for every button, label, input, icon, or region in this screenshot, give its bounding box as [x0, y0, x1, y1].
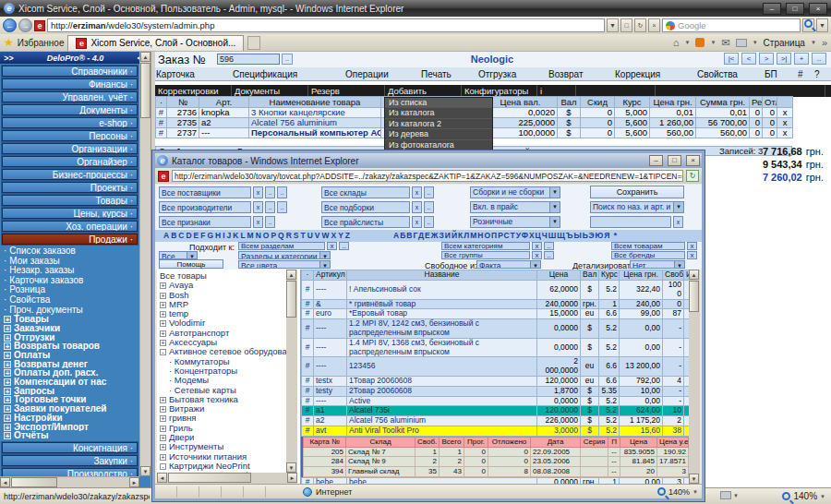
expand-icon[interactable]: + [160, 282, 166, 289]
sidebar-button[interactable]: Закупки [2, 455, 138, 466]
pricelists-filter[interactable] [321, 216, 410, 228]
save-button[interactable]: Сохранить [590, 186, 684, 198]
expand-icon[interactable]: + [160, 293, 166, 299]
favorites-label[interactable]: Избранное [18, 38, 65, 48]
order-tab[interactable]: Свойства [697, 69, 738, 79]
search-button[interactable] [802, 18, 814, 32]
sidebar-link[interactable]: ·Незакр. заказы [0, 266, 139, 276]
chevron-down-icon[interactable]: ▼ [692, 489, 698, 495]
column-header[interactable]: Название [347, 270, 537, 281]
more-icon[interactable]: .. [424, 201, 434, 213]
menu-item[interactable]: Из списка [385, 98, 492, 108]
restore-button[interactable]: □ [786, 3, 804, 15]
catalog-row[interactable]: #bebebebe0,0000грн.10,003 [302, 477, 690, 484]
sidebar-tree-item[interactable]: +Оплаты [0, 351, 139, 360]
search-box[interactable]: Google [662, 18, 801, 32]
order-tab[interactable]: Отгрузка [478, 69, 516, 79]
scroll-thumb[interactable] [140, 63, 151, 118]
all-products-filter[interactable] [611, 242, 685, 250]
all-categories-filter[interactable] [441, 242, 530, 250]
sidebar-button[interactable]: Хоз. операции [2, 221, 138, 232]
zoom-control[interactable]: 140% ▼ [782, 491, 825, 501]
column-header[interactable]: Отл [763, 97, 777, 108]
home-icon[interactable]: ⌂ [673, 37, 680, 48]
browser-tab[interactable]: e Xicom Service, Слой - Основной... [67, 35, 244, 51]
column-header[interactable]: Курс [599, 270, 620, 281]
catalog-row[interactable]: #avtAnti Viral Toolkit Pro3,0000$5.215,6… [302, 426, 690, 436]
add-item-link[interactable]: # [302, 416, 314, 426]
sidebar-button[interactable]: Консигнация [2, 442, 138, 453]
column-header[interactable]: Цена грн. [620, 270, 663, 281]
column-header[interactable]: Артикул [314, 270, 347, 281]
all-groups-filter[interactable] [441, 251, 530, 259]
scroll-thumb[interactable] [286, 281, 296, 318]
sidebar-link[interactable]: ·Свойства [0, 295, 139, 306]
all-colors-select[interactable]: Все цвета▼ [238, 260, 331, 269]
scroll-down-icon[interactable]: ▼ [689, 474, 699, 484]
search-input[interactable] [590, 216, 671, 228]
catalog-vscrollbar[interactable]: ▲ ▼ [689, 270, 700, 484]
add-item-link[interactable]: # [302, 376, 314, 386]
sidebar-button[interactable]: Органайзер [2, 156, 138, 167]
sidebar-link[interactable]: ·Мои заказы [0, 257, 139, 267]
column-header[interactable]: Сумма грн. [696, 97, 750, 108]
more-icon[interactable]: .. [277, 201, 287, 213]
sidebar-button[interactable]: Персоны [2, 130, 138, 141]
expand-icon[interactable]: + [160, 444, 166, 450]
collapse-left-icon[interactable]: >> [4, 54, 14, 63]
scroll-down-icon[interactable]: ▼ [286, 462, 296, 473]
assemblies-select[interactable]: Сборки и не сборки▼ [470, 186, 560, 198]
sidebar-tree-item[interactable]: +Товары [0, 315, 139, 324]
free-from-select[interactable]: Факта▼ [476, 260, 541, 269]
order-number-input[interactable] [217, 54, 280, 65]
chevron-down-icon[interactable]: ▼ [820, 494, 825, 499]
sidebar-tree-item[interactable]: +Возвраты товаров [0, 342, 139, 351]
sidebar-button[interactable]: Организации [2, 143, 138, 154]
more-toolbar-icon[interactable]: » [822, 37, 827, 48]
clear-icon[interactable]: x [532, 251, 542, 259]
catalog-row[interactable]: #----1.2 MPI 8V, 1242 см3, бензиновый с … [302, 319, 690, 339]
column-header[interactable] [777, 97, 793, 108]
expand-icon[interactable]: + [160, 311, 166, 318]
catalog-row[interactable]: #a1Alcatel 735i120,0000$5.2624,0010 [302, 406, 690, 416]
sidebar-link[interactable]: ·Проч. документы [0, 306, 139, 316]
column-header[interactable]: Цена [537, 270, 581, 281]
popup-close-button[interactable]: × [686, 155, 700, 166]
page-dropdown-icon[interactable]: ▼ [811, 40, 816, 45]
expand-icon[interactable]: + [160, 302, 166, 308]
menu-item[interactable]: Из каталога [385, 108, 492, 118]
catalog-row[interactable]: #testy2Товар 200606081,8700$5.3510,00- [302, 386, 690, 396]
expand-icon[interactable]: - [160, 463, 166, 470]
more-icon[interactable]: .. [424, 216, 434, 228]
sidebar-button[interactable]: Товары [2, 195, 138, 206]
minimize-button[interactable]: – [763, 3, 781, 15]
latin-alphabet[interactable]: ABCDEFGHIJKLMNOPQRSTUVWXYZ [163, 230, 352, 242]
detail-select[interactable]: Нет▼ [630, 260, 685, 269]
expand-icon[interactable]: + [160, 415, 166, 422]
add-item-link[interactable]: # [302, 299, 314, 309]
expand-icon[interactable]: - [160, 349, 166, 355]
rss-feed-icon[interactable] [695, 38, 705, 47]
back-button[interactable]: ← [3, 18, 17, 32]
all-select[interactable]: Все▼ [159, 251, 198, 259]
more-icon[interactable]: .. [265, 216, 275, 228]
column-header[interactable]: Курс [615, 97, 650, 108]
feed-dropdown-icon[interactable]: ▼ [710, 40, 716, 45]
column-header[interactable]: · [156, 97, 167, 108]
scroll-left-icon[interactable]: ◄ [0, 477, 10, 487]
add-item-link[interactable]: # [302, 386, 314, 396]
popup-minimize-button[interactable]: – [649, 155, 663, 166]
sidebar-button[interactable]: Цены, курсы [2, 208, 138, 219]
attributes-filter[interactable] [159, 216, 251, 228]
add-item-link[interactable]: # [302, 309, 314, 319]
expand-icon[interactable]: + [160, 397, 166, 403]
home-dropdown-icon[interactable]: ▼ [685, 40, 691, 45]
column-header[interactable]: Рез [750, 97, 763, 108]
sidebar-tree-item[interactable]: +Настройки [0, 414, 139, 423]
more-icon[interactable]: .. [277, 186, 287, 198]
catalog-row[interactable]: #euro*Евровый товар15,0000eu6.699,0087 [302, 309, 690, 319]
popup-zoom-control[interactable]: 140% ▼ [657, 487, 702, 497]
expand-icon[interactable]: + [160, 435, 166, 441]
tree-vscrollbar[interactable]: ▲ ▼ [286, 270, 297, 473]
search-options-button[interactable]: ▼ [816, 18, 828, 32]
